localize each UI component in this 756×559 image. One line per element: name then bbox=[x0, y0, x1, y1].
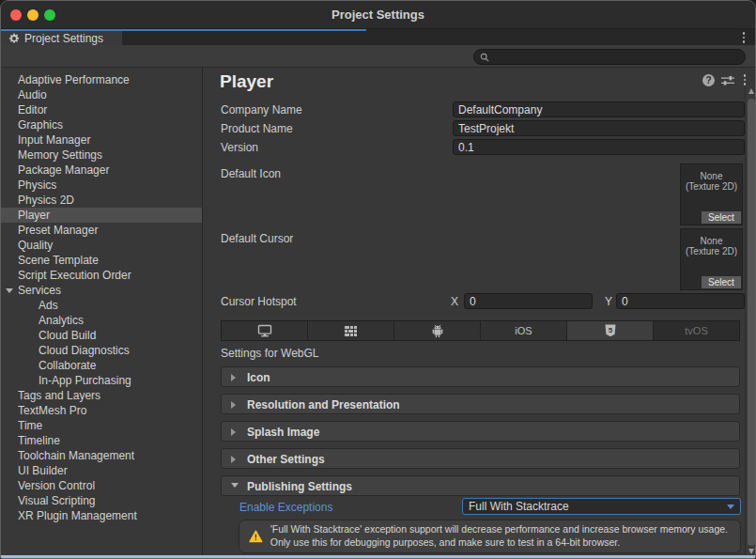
enable-exceptions-dropdown[interactable]: Full With Stacktrace bbox=[462, 498, 741, 515]
sidebar-item-xr-plugin-management[interactable]: XR Plugin Management bbox=[1, 508, 202, 523]
tab-project-settings[interactable]: Project Settings bbox=[1, 31, 122, 45]
foldout-closed-icon[interactable] bbox=[231, 428, 236, 436]
tab-more-icon[interactable] bbox=[741, 32, 747, 43]
webgl-icon: 5 bbox=[605, 324, 616, 337]
svg-text:5: 5 bbox=[608, 326, 612, 334]
search-box[interactable] bbox=[473, 49, 746, 65]
sidebar-item-preset-manager[interactable]: Preset Manager bbox=[1, 223, 202, 238]
section-label: Splash Image bbox=[247, 426, 319, 439]
sidebar-item-adaptive-performance[interactable]: Adaptive Performance bbox=[1, 72, 202, 87]
panel-more-icon[interactable] bbox=[742, 74, 748, 85]
sidebar-item-analytics[interactable]: Analytics bbox=[1, 313, 202, 328]
sidebar-item-physics[interactable]: Physics bbox=[1, 178, 202, 193]
sidebar-item-collaborate[interactable]: Collaborate bbox=[1, 358, 202, 373]
default-cursor-object-field[interactable]: None (Texture 2D) Select bbox=[680, 228, 743, 290]
section-label: Icon bbox=[247, 371, 270, 384]
sidebar-item-quality[interactable]: Quality bbox=[1, 238, 202, 253]
section-resolution-and-presentation[interactable]: Resolution and Presentation bbox=[221, 394, 740, 414]
help-icon[interactable] bbox=[702, 74, 715, 86]
sidebar-item-label: Time bbox=[18, 419, 42, 432]
tab-ios[interactable]: iOS bbox=[481, 321, 567, 340]
vertical-scrollbar[interactable] bbox=[745, 85, 756, 557]
sidebar-item-player[interactable]: Player bbox=[1, 208, 202, 223]
scrollbar-thumb[interactable] bbox=[748, 99, 755, 546]
sidebar-item-scene-template[interactable]: Scene Template bbox=[1, 253, 202, 268]
sidebar-item-label: Visual Scripting bbox=[18, 494, 96, 507]
dedicated-server-icon bbox=[344, 325, 358, 337]
sidebar-item-timeline[interactable]: Timeline bbox=[1, 433, 202, 448]
version-field[interactable] bbox=[453, 139, 745, 155]
sidebar-item-editor[interactable]: Editor bbox=[1, 102, 202, 117]
sidebar-item-label: Graphics bbox=[18, 118, 63, 132]
sidebar-item-toolchain-management[interactable]: Toolchain Management bbox=[1, 448, 202, 463]
window-title: Project Settings bbox=[1, 8, 755, 22]
sidebar-item-label: In-App Purchasing bbox=[39, 374, 131, 387]
sidebar-item-label: Adaptive Performance bbox=[18, 73, 130, 86]
sidebar-item-input-manager[interactable]: Input Manager bbox=[1, 132, 202, 148]
sidebar-item-label: Input Manager bbox=[18, 133, 90, 147]
sidebar-item-in-app-purchasing[interactable]: In-App Purchasing bbox=[1, 373, 202, 388]
foldout-closed-icon[interactable] bbox=[231, 401, 236, 409]
texture-type-text: (Texture 2D) bbox=[681, 246, 742, 256]
sidebar-item-package-manager[interactable]: Package Manager bbox=[1, 163, 202, 178]
sidebar-item-script-execution-order[interactable]: Script Execution Order bbox=[1, 268, 202, 283]
tab-webgl[interactable]: 5 bbox=[567, 321, 654, 340]
company-name-label: Company Name bbox=[221, 102, 302, 117]
tab-dedicated-server[interactable] bbox=[308, 321, 394, 340]
texture-type-text: (Texture 2D) bbox=[681, 181, 742, 192]
hotspot-x-field[interactable] bbox=[464, 293, 593, 309]
tab-android[interactable] bbox=[394, 321, 481, 340]
hotspot-y-field[interactable] bbox=[616, 293, 745, 309]
product-name-field[interactable] bbox=[453, 120, 745, 136]
page-title: Player bbox=[220, 71, 273, 92]
search-input[interactable] bbox=[493, 52, 739, 63]
section-publishing-settings[interactable]: Publishing Settings bbox=[221, 475, 740, 496]
sidebar-item-memory-settings[interactable]: Memory Settings bbox=[1, 148, 202, 163]
default-cursor-select-button[interactable]: Select bbox=[702, 276, 741, 288]
sidebar-item-label: Timeline bbox=[18, 434, 60, 447]
section-splash-image[interactable]: Splash Image bbox=[221, 421, 740, 442]
texture-none-text: None bbox=[681, 236, 742, 246]
foldout-closed-icon[interactable] bbox=[231, 456, 236, 463]
window-bottom-edge bbox=[1, 555, 755, 558]
foldout-open-icon[interactable] bbox=[231, 483, 239, 488]
sidebar-item-visual-scripting[interactable]: Visual Scripting bbox=[1, 493, 202, 508]
warning-icon bbox=[249, 525, 263, 548]
sidebar-item-label: Version Control bbox=[18, 479, 95, 492]
section-other-settings[interactable]: Other Settings bbox=[221, 448, 740, 469]
default-icon-object-field[interactable]: None (Texture 2D) Select bbox=[680, 163, 743, 225]
company-name-field[interactable] bbox=[453, 101, 745, 117]
tab-standalone[interactable] bbox=[222, 321, 308, 340]
sidebar-item-services[interactable]: Services bbox=[1, 283, 202, 298]
platform-tab-strip: iOS 5 tvOS bbox=[221, 320, 740, 341]
sidebar-item-version-control[interactable]: Version Control bbox=[1, 478, 202, 493]
sidebar-item-cloud-build[interactable]: Cloud Build bbox=[1, 328, 202, 343]
dock-tabbar: Project Settings bbox=[1, 29, 755, 45]
sidebar-item-graphics[interactable]: Graphics bbox=[1, 117, 202, 132]
sidebar-item-ui-builder[interactable]: UI Builder bbox=[1, 463, 202, 478]
sidebar-item-label: Physics bbox=[18, 179, 56, 192]
section-icon[interactable]: Icon bbox=[221, 366, 740, 387]
scroll-up-icon[interactable] bbox=[748, 88, 754, 94]
sidebar-item-textmesh-pro[interactable]: TextMesh Pro bbox=[1, 403, 202, 418]
sidebar-item-time[interactable]: Time bbox=[1, 418, 202, 433]
sidebar-item-physics-2d[interactable]: Physics 2D bbox=[1, 193, 202, 208]
presets-icon[interactable] bbox=[721, 75, 734, 86]
sidebar-item-cloud-diagnostics[interactable]: Cloud Diagnostics bbox=[1, 343, 202, 358]
foldout-open-icon[interactable] bbox=[6, 288, 13, 293]
standalone-icon bbox=[257, 324, 272, 337]
settings-for-text: Settings for WebGL bbox=[221, 347, 319, 360]
foldout-closed-icon[interactable] bbox=[231, 374, 236, 381]
sidebar-item-label: Cloud Build bbox=[39, 329, 96, 342]
version-label: Version bbox=[221, 140, 258, 155]
hotspot-y-label: Y bbox=[605, 294, 612, 309]
default-icon-select-button[interactable]: Select bbox=[702, 211, 741, 224]
tab-tvos: tvOS bbox=[654, 321, 739, 340]
sidebar-item-ads[interactable]: Ads bbox=[1, 298, 202, 313]
scroll-down-icon[interactable] bbox=[748, 549, 754, 554]
sidebar-item-tags-and-layers[interactable]: Tags and Layers bbox=[1, 388, 202, 403]
section-label: Resolution and Presentation bbox=[247, 398, 400, 411]
hotspot-x-label: X bbox=[451, 294, 458, 309]
sidebar-item-audio[interactable]: Audio bbox=[1, 87, 202, 102]
default-icon-label: Default Icon bbox=[221, 166, 281, 181]
